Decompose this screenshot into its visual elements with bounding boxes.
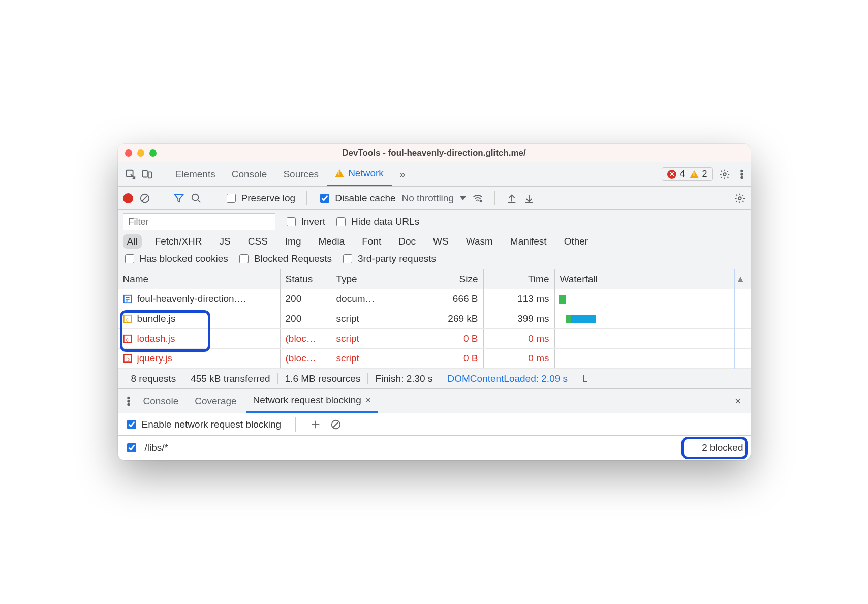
tab-elements[interactable]: Elements	[167, 162, 224, 186]
type-filter-js[interactable]: JS	[215, 234, 235, 249]
tab-more[interactable]: »	[392, 162, 414, 186]
table-row[interactable]: ◇jquery.js (bloc… script 0 B 0 ms	[118, 349, 751, 369]
network-toolbar: Preserve log Disable cache No throttling	[118, 187, 751, 210]
third-party-label: 3rd-party requests	[358, 253, 436, 264]
cell-status: (bloc…	[281, 329, 331, 348]
error-count: 4	[679, 169, 685, 179]
devtools-window: DevTools - foul-heavenly-direction.glitc…	[118, 144, 751, 460]
svg-point-25	[128, 403, 130, 405]
cell-status: (bloc…	[281, 349, 331, 368]
warning-icon	[335, 169, 344, 177]
divider	[494, 191, 495, 205]
col-time[interactable]: Time	[484, 269, 555, 289]
svg-line-10	[197, 199, 200, 202]
download-icon[interactable]	[523, 193, 535, 204]
cell-status: 200	[281, 289, 331, 309]
cell-size: 666 B	[387, 289, 484, 309]
col-size[interactable]: Size	[387, 269, 484, 289]
network-conditions-icon[interactable]	[472, 193, 483, 204]
enable-blocking-checkbox[interactable]: Enable network request blocking	[125, 418, 282, 431]
svg-point-4	[741, 170, 743, 172]
third-party-checkbox[interactable]: 3rd-party requests	[341, 253, 436, 265]
summary-requests: 8 requests	[124, 373, 184, 384]
chevron-down-icon[interactable]	[460, 196, 466, 200]
upload-icon[interactable]	[506, 193, 517, 204]
col-waterfall[interactable]: Waterfall▲	[555, 269, 751, 289]
type-filter-ws[interactable]: WS	[429, 234, 453, 249]
cell-waterfall	[555, 289, 751, 309]
svg-point-3	[723, 173, 726, 176]
document-icon	[123, 294, 132, 304]
script-icon: ◇	[123, 314, 132, 323]
has-blocked-cookies-checkbox[interactable]: Has blocked cookies	[123, 253, 228, 265]
blocked-count: 2 blocked	[702, 442, 743, 454]
filter-input[interactable]	[123, 213, 275, 230]
table-row[interactable]: foul-heavenly-direction.… 200 docum… 666…	[118, 289, 751, 309]
cell-waterfall	[555, 329, 751, 348]
script-icon: ◇	[123, 334, 132, 343]
table-row[interactable]: ◇lodash.js (bloc… script 0 B 0 ms	[118, 329, 751, 349]
summary-dcl: DOMContentLoaded: 2.09 s	[440, 373, 575, 384]
tab-sources[interactable]: Sources	[275, 162, 327, 186]
type-filter-img[interactable]: Img	[281, 234, 305, 249]
close-tab-icon[interactable]: ×	[365, 395, 371, 406]
gear-icon[interactable]	[719, 169, 730, 180]
minimize-window-icon[interactable]	[137, 149, 144, 157]
filter-icon[interactable]	[173, 193, 184, 204]
col-type[interactable]: Type	[331, 269, 387, 289]
maximize-window-icon[interactable]	[149, 149, 157, 157]
drawer-tabbar: Console Coverage Network request blockin…	[118, 389, 751, 413]
script-icon: ◇	[123, 354, 132, 363]
svg-line-29	[333, 421, 339, 427]
pattern-checkbox[interactable]	[127, 443, 136, 452]
tab-network[interactable]: Network	[327, 162, 392, 186]
type-filter-other[interactable]: Other	[560, 234, 593, 249]
close-drawer-icon[interactable]: ×	[731, 395, 746, 408]
kebab-icon[interactable]	[123, 396, 134, 407]
svg-point-9	[192, 194, 198, 200]
throttling-select[interactable]: No throttling	[402, 193, 454, 204]
type-filter-fetchxhr[interactable]: Fetch/XHR	[151, 234, 206, 249]
hide-data-urls-label: Hide data URLs	[351, 216, 419, 227]
inspect-icon[interactable]	[125, 169, 136, 180]
type-filter-font[interactable]: Font	[358, 234, 385, 249]
type-filter-manifest[interactable]: Manifest	[506, 234, 551, 249]
type-filter-wasm[interactable]: Wasm	[462, 234, 497, 249]
gear-icon[interactable]	[734, 193, 746, 204]
search-icon[interactable]	[191, 193, 202, 204]
device-toggle-icon[interactable]	[141, 169, 152, 180]
hide-data-urls-checkbox[interactable]: Hide data URLs	[334, 216, 419, 228]
add-pattern-icon[interactable]	[310, 419, 321, 430]
disable-cache-checkbox[interactable]: Disable cache	[318, 192, 395, 204]
preserve-log-label: Preserve log	[241, 193, 296, 204]
col-status[interactable]: Status	[281, 269, 331, 289]
svg-point-5	[741, 173, 743, 175]
blocked-requests-checkbox[interactable]: Blocked Requests	[237, 253, 332, 265]
blocking-toolbar: Enable network request blocking	[118, 413, 751, 436]
drawer-tab-blocking[interactable]: Network request blocking ×	[246, 389, 378, 413]
clear-patterns-icon[interactable]	[330, 419, 342, 430]
type-filter-css[interactable]: CSS	[244, 234, 272, 249]
drawer-tab-console[interactable]: Console	[136, 389, 186, 413]
type-filter-all[interactable]: All	[123, 234, 142, 249]
kebab-icon[interactable]	[736, 169, 748, 180]
cell-time: 399 ms	[484, 309, 555, 328]
svg-text:◇: ◇	[126, 356, 130, 362]
issue-counts[interactable]: ✕ 4 2	[662, 167, 712, 181]
record-button[interactable]	[123, 193, 133, 203]
table-row[interactable]: ◇bundle.js 200 script 269 kB 399 ms	[118, 309, 751, 329]
col-name[interactable]: Name	[118, 269, 281, 289]
invert-checkbox[interactable]: Invert	[285, 216, 326, 228]
preserve-log-checkbox[interactable]: Preserve log	[225, 192, 296, 204]
cell-waterfall	[555, 349, 751, 368]
drawer-tab-coverage[interactable]: Coverage	[188, 389, 243, 413]
type-filter-media[interactable]: Media	[315, 234, 349, 249]
clear-icon[interactable]	[139, 193, 150, 204]
throttling-label: No throttling	[402, 193, 454, 204]
tab-console[interactable]: Console	[224, 162, 275, 186]
close-window-icon[interactable]	[125, 149, 132, 157]
blocking-pattern-row[interactable]: /libs/* 2 blocked	[118, 436, 751, 460]
type-filter-doc[interactable]: Doc	[394, 234, 420, 249]
tab-network-label: Network	[348, 168, 384, 179]
sort-icon: ▲	[736, 274, 746, 285]
